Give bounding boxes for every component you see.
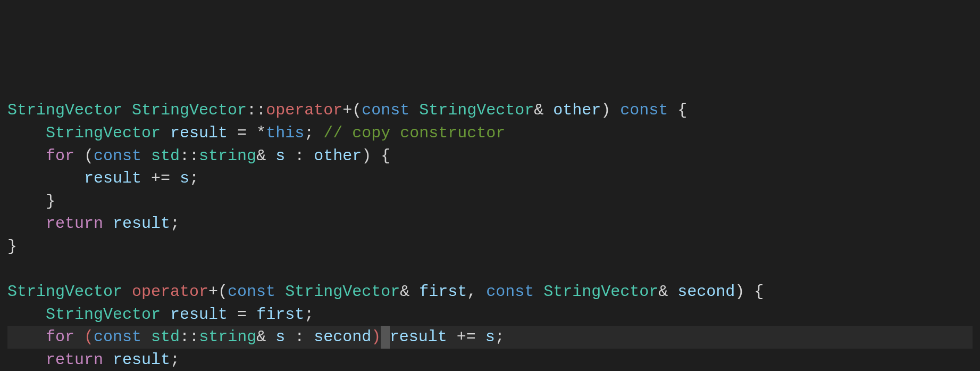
code-token: StringVector <box>285 283 400 301</box>
indent <box>7 215 46 233</box>
code-token: string <box>199 328 256 346</box>
code-token: std <box>151 328 180 346</box>
code-token: result <box>170 124 228 142</box>
code-token: std <box>151 147 180 165</box>
code-line[interactable]: } <box>7 235 973 258</box>
code-token: const <box>94 328 141 346</box>
code-token: for <box>46 328 74 346</box>
indent <box>7 192 46 210</box>
code-editor[interactable]: StringVector StringVector::operator+(con… <box>7 99 973 371</box>
code-token: ; <box>170 215 180 233</box>
code-token <box>74 328 84 346</box>
code-line[interactable]: for (const std::string& s : second) resu… <box>7 326 973 349</box>
code-token: += <box>447 328 485 346</box>
code-token: ; <box>189 169 199 187</box>
code-token: for <box>46 147 74 165</box>
code-token: first <box>419 283 467 301</box>
code-token: & <box>256 328 275 346</box>
indent <box>7 169 84 187</box>
code-token: ; <box>304 306 314 324</box>
code-token: s <box>485 328 495 346</box>
code-line[interactable]: result += s; <box>7 167 973 190</box>
indent <box>7 124 46 142</box>
code-token: StringVector <box>46 306 161 324</box>
code-token: s <box>275 328 285 346</box>
code-line[interactable]: StringVector StringVector::operator+(con… <box>7 99 973 122</box>
code-token: result <box>170 306 228 324</box>
code-token: result <box>113 215 170 233</box>
code-token: ) { <box>735 283 764 301</box>
code-token <box>409 101 419 119</box>
code-token <box>122 283 132 301</box>
code-line[interactable]: return result; <box>7 212 973 235</box>
code-token: operator <box>132 283 208 301</box>
code-token: const <box>94 147 141 165</box>
indent <box>7 328 46 346</box>
code-token <box>141 147 151 165</box>
code-token: } <box>7 237 17 255</box>
code-token: other <box>314 147 362 165</box>
code-token: // copy constructor <box>323 124 505 142</box>
code-token: const <box>620 101 668 119</box>
code-line[interactable]: StringVector operator+(const StringVecto… <box>7 281 973 303</box>
code-token: += <box>141 169 180 187</box>
code-token: = * <box>228 124 266 142</box>
code-token: & <box>658 283 677 301</box>
code-token: StringVector <box>132 101 247 119</box>
code-token: +( <box>342 101 362 119</box>
code-token <box>103 215 113 233</box>
code-token: = <box>228 306 256 324</box>
code-token: +( <box>208 283 228 301</box>
indent <box>7 147 46 165</box>
code-token: , <box>467 283 486 301</box>
code-token: } <box>46 192 55 210</box>
code-token: result <box>113 351 170 369</box>
code-token: ; <box>170 351 180 369</box>
code-token: ) <box>601 101 620 119</box>
code-token <box>275 283 285 301</box>
code-token: ( <box>74 147 94 165</box>
code-token: & <box>534 101 553 119</box>
code-token <box>103 351 113 369</box>
code-token <box>141 328 151 346</box>
code-token: StringVector <box>46 124 161 142</box>
code-token: :: <box>247 101 266 119</box>
code-token: second <box>677 283 735 301</box>
code-token: ; <box>495 328 505 346</box>
code-token: & <box>400 283 419 301</box>
code-token: this <box>266 124 304 142</box>
code-token <box>381 326 390 349</box>
code-token <box>534 283 543 301</box>
code-line[interactable]: for (const std::string& s : other) { <box>7 145 973 168</box>
code-token: StringVector <box>543 283 658 301</box>
code-token: s <box>275 147 285 165</box>
code-token: : <box>285 328 314 346</box>
code-line[interactable]: StringVector result = *this; // copy con… <box>7 122 973 145</box>
code-token: second <box>314 328 371 346</box>
code-token: first <box>256 306 304 324</box>
code-token: return <box>46 351 103 369</box>
code-token <box>161 124 170 142</box>
code-line[interactable]: StringVector result = first; <box>7 303 973 326</box>
code-token: StringVector <box>7 101 122 119</box>
code-token: : <box>285 147 314 165</box>
code-token: :: <box>180 328 199 346</box>
code-token: result <box>84 169 141 187</box>
code-token: ) <box>371 328 381 346</box>
code-token <box>161 306 170 324</box>
code-token: result <box>390 328 447 346</box>
code-line[interactable]: } <box>7 190 973 213</box>
code-token: StringVector <box>419 101 534 119</box>
code-token: const <box>486 283 534 301</box>
code-token: const <box>362 101 409 119</box>
code-line[interactable]: return result; <box>7 349 973 371</box>
code-token: { <box>668 101 687 119</box>
indent <box>7 306 46 324</box>
code-token: ; <box>304 124 323 142</box>
indent <box>7 351 46 369</box>
code-token: StringVector <box>7 283 122 301</box>
code-token: operator <box>266 101 342 119</box>
code-token: ) { <box>362 147 390 165</box>
code-line[interactable] <box>7 258 973 281</box>
code-token: string <box>199 147 256 165</box>
